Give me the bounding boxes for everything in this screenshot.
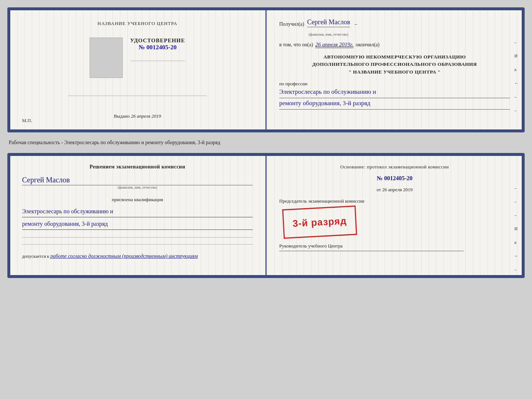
- dopusk-text: работе согласно должностным (производств…: [50, 253, 198, 259]
- name-sublabel: (фамилия, имя, отчество): [22, 185, 253, 189]
- qualification-block: Электрослесарь по обслуживанию и ремонту…: [22, 206, 253, 231]
- osnov-label: Основание: протокол экзаменационной коми…: [279, 164, 510, 170]
- recipient-name: Сергей Маслов: [307, 18, 350, 27]
- photo-placeholder: [90, 38, 123, 78]
- date-prefix: в том, что он(а): [279, 42, 313, 48]
- sig-line-1: [22, 237, 253, 238]
- dopusk-prefix: допускается к: [22, 254, 49, 259]
- stamp-box: 3-й разряд: [282, 205, 357, 238]
- card1-right-panel: Получил(а) Сергей Маслов – (фамилия, имя…: [265, 10, 522, 129]
- qualification-label: присвоена квалификация: [22, 197, 253, 203]
- sig-line-2: [22, 244, 253, 245]
- divider-line-2: [68, 96, 207, 96]
- qual-line2: ремонту оборудования, 3-й разряд: [22, 219, 253, 230]
- mark2-5: а: [514, 240, 519, 245]
- right-marks-2: – – – И а ← – – –: [514, 185, 519, 278]
- protocol-date-value: 26 апреля 2019: [382, 187, 413, 192]
- chairman-label: Председатель экзаменационной комиссии: [279, 198, 510, 204]
- profession-line1: Электрослесарь по обслуживанию и: [279, 87, 510, 98]
- issued-line: Выдано 26 апреля 2019: [114, 113, 161, 119]
- issued-date: 26 апреля 2019: [131, 113, 161, 119]
- name-block: Сергей Маслов (фамилия, имя, отчество): [22, 176, 253, 189]
- mark2-2: –: [514, 199, 519, 204]
- org-line1: АВТОНОМНУЮ НЕКОММЕРЧЕСКУЮ ОРГАНИЗАЦИЮ: [279, 53, 510, 61]
- dopusk-block: допускается к работе согласно должностны…: [22, 253, 253, 259]
- recipient-prefix: Получил(а): [279, 21, 304, 27]
- mark2-1: –: [514, 185, 519, 191]
- qual-line1: Электрослесарь по обслуживанию и: [22, 206, 253, 217]
- rukov-label: Руководитель учебного Центра: [279, 243, 510, 249]
- cert-label: УДОСТОВЕРЕНИЕ: [130, 38, 185, 44]
- mark2-3: –: [514, 213, 519, 218]
- divider-line-1: [130, 61, 185, 61]
- rukov-block: Руководитель учебного Центра: [279, 243, 510, 253]
- left-middle: УДОСТОВЕРЕНИЕ № 0012405-20: [90, 38, 185, 85]
- profession-line2: ремонту оборудования, 3-й разряд: [279, 98, 510, 110]
- date-suffix: окончил(а): [356, 42, 380, 48]
- date-line: в том, что он(а) 26 апреля 2019г. окончи…: [279, 42, 510, 48]
- date-value: 26 апреля 2019г.: [315, 42, 353, 48]
- cert-number: № 0012405-20: [139, 44, 177, 51]
- mark2-4: И: [514, 226, 519, 232]
- name-handwritten: Сергей Маслов: [22, 176, 253, 185]
- mark-3: а: [514, 67, 519, 72]
- mark-6: –: [514, 108, 519, 113]
- mark-2: И: [514, 53, 519, 59]
- card1-left-panel: НАЗВАНИЕ УЧЕБНОГО ЦЕНТРА УДОСТОВЕРЕНИЕ №…: [10, 10, 265, 129]
- protocol-date: от 26 апреля 2019: [279, 187, 510, 193]
- mark-1: –: [514, 40, 519, 45]
- org-line3: " НАЗВАНИЕ УЧЕБНОГО ЦЕНТРА ": [279, 68, 510, 76]
- mark2-7: –: [514, 267, 519, 272]
- document-card-1: НАЗВАНИЕ УЧЕБНОГО ЦЕНТРА УДОСТОВЕРЕНИЕ №…: [7, 7, 525, 132]
- issued-prefix: Выдано: [114, 113, 130, 119]
- protocol-date-prefix: от: [377, 187, 381, 192]
- protocol-number: № 0012405-20: [279, 175, 510, 182]
- right-marks-1: – И а ← – –: [514, 40, 519, 113]
- page-wrapper: НАЗВАНИЕ УЧЕБНОГО ЦЕНТРА УДОСТОВЕРЕНИЕ №…: [7, 7, 525, 278]
- commission-title: Решением экзаменационной комиссии: [22, 164, 253, 170]
- recipient-sublabel: (фамилия, имя, отчество): [309, 32, 510, 36]
- recipient-line: Получил(а) Сергей Маслов –: [279, 18, 510, 27]
- stamp-text: 3-й разряд: [292, 215, 347, 229]
- profession-label: по профессии: [279, 81, 510, 87]
- org-block: АВТОНОМНУЮ НЕКОММЕРЧЕСКУЮ ОРГАНИЗАЦИЮ ДО…: [279, 53, 510, 76]
- mark2-6: ←: [514, 253, 519, 259]
- rukov-sig-line: [279, 251, 464, 251]
- left-main: УДОСТОВЕРЕНИЕ № 0012405-20: [130, 38, 185, 62]
- mp-label: М.П.: [22, 118, 32, 124]
- card2-right-panel: Основание: протокол экзаменационной коми…: [265, 156, 522, 275]
- profession-prefix: по профессии Электрослесарь по обслужива…: [279, 81, 510, 110]
- school-title-left: НАЗВАНИЕ УЧЕБНОГО ЦЕНТРА: [97, 21, 177, 26]
- mark-5: –: [514, 94, 519, 100]
- card2-left-panel: Решением экзаменационной комиссии Сергей…: [10, 156, 265, 275]
- between-label: Рабочая специальность - Электрослесарь п…: [7, 139, 525, 146]
- document-card-2: Решением экзаменационной комиссии Сергей…: [7, 153, 525, 278]
- org-line2: ДОПОЛНИТЕЛЬНОГО ПРОФЕССИОНАЛЬНОГО ОБРАЗО…: [279, 61, 510, 68]
- mark-4: ←: [514, 81, 519, 86]
